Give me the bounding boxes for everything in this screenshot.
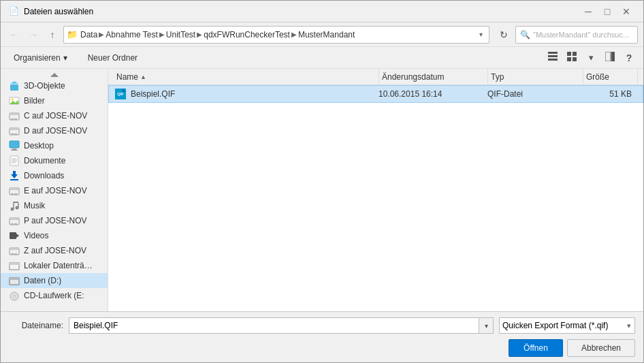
svg-rect-33 xyxy=(11,193,14,195)
new-folder-button[interactable]: Neuer Ordner xyxy=(80,50,145,66)
svg-marker-46 xyxy=(16,234,19,238)
sidebar-z-drive-icon xyxy=(9,245,20,256)
sidebar-item-dokumente[interactable]: Dokumente xyxy=(1,153,108,168)
col-type-label: Typ xyxy=(491,72,504,82)
sidebar-item-desktop[interactable]: Desktop xyxy=(1,138,108,153)
svg-rect-49 xyxy=(14,253,17,255)
svg-rect-16 xyxy=(14,119,17,120)
list-view-icon xyxy=(548,52,558,63)
breadcrumb-item-data[interactable]: Data xyxy=(80,30,97,40)
bottom-bar: Dateiname: ▾ Quicken Export Format (*.qi… xyxy=(1,311,643,362)
sidebar-item-3d[interactable]: 3D-Objekte xyxy=(1,78,108,93)
title-bar-left: 📄 Dateien auswählen xyxy=(9,6,93,17)
address-bar[interactable]: 📁 Data ▶ Abnahme Test ▶ UnitTest ▶ qdxFW… xyxy=(63,26,489,44)
sidebar-item-d-drive[interactable]: D auf JOSE-NOV xyxy=(1,123,108,138)
sidebar-scroll-up[interactable] xyxy=(1,72,108,78)
help-button[interactable]: ? xyxy=(620,50,638,66)
preview-pane-button[interactable] xyxy=(601,50,619,66)
breadcrumb-item-muster[interactable]: MusterMandant xyxy=(298,30,355,40)
refresh-button[interactable]: ↻ xyxy=(495,26,513,44)
search-input[interactable]: "MusterMandant" durchsuc... xyxy=(533,31,633,39)
view-controls: ▾ ? xyxy=(544,50,638,66)
sidebar-musik-icon xyxy=(9,200,20,211)
sidebar-item-e-drive[interactable]: E auf JOSE-NOV xyxy=(1,183,108,198)
svg-marker-30 xyxy=(11,171,18,178)
search-bar[interactable]: 🔍 "MusterMandant" durchsuc... xyxy=(515,26,638,44)
scroll-up-indicator xyxy=(50,73,59,77)
svg-rect-17 xyxy=(10,113,19,115)
sidebar-item-p-drive[interactable]: P auf JOSE-NOV xyxy=(1,213,108,228)
preview-pane-icon xyxy=(605,52,615,63)
filetype-select[interactable]: Quicken Export Format (*.qif) xyxy=(499,317,635,334)
col-size-label: Größe xyxy=(586,72,609,82)
breadcrumb-item-unittest[interactable]: UnitTest xyxy=(166,30,195,40)
svg-rect-5 xyxy=(567,57,571,61)
col-date-label: Änderungsdatum xyxy=(382,72,444,82)
filename-dropdown-button[interactable]: ▾ xyxy=(479,317,494,334)
file-row-beispiel[interactable]: QIF Beispiel.QIF 10.06.2015 16:14 QIF-Da… xyxy=(108,85,643,103)
sidebar-bilder-label: Bilder xyxy=(24,96,45,106)
sidebar-local-label: Lokaler Datenträ… xyxy=(24,261,93,270)
sidebar-e-label: E auf JOSE-NOV xyxy=(24,186,87,195)
svg-rect-4 xyxy=(573,52,577,56)
details-view-button[interactable] xyxy=(563,50,581,66)
up-button[interactable]: ↑ xyxy=(44,27,61,43)
column-header-size[interactable]: Größe xyxy=(583,69,638,84)
dialog-icon: 📄 xyxy=(9,6,20,17)
view-dropdown-button[interactable]: ▾ xyxy=(582,50,600,66)
breadcrumb-item-abnahme[interactable]: Abnahme Test xyxy=(106,30,158,40)
sidebar-daten-d-label: Daten (D:) xyxy=(24,276,61,285)
file-icon-qif: QIF xyxy=(114,88,127,100)
qif-text: QIF xyxy=(117,92,124,96)
sidebar-item-daten-d[interactable]: Daten (D:) xyxy=(1,273,108,288)
svg-rect-38 xyxy=(14,202,18,203)
svg-rect-15 xyxy=(11,119,14,120)
column-header-name[interactable]: Name ▲ xyxy=(114,69,379,84)
back-button[interactable]: ← xyxy=(6,27,22,43)
svg-rect-24 xyxy=(11,150,18,151)
svg-rect-3 xyxy=(567,52,571,56)
list-view-button[interactable] xyxy=(544,50,562,66)
sidebar-item-c-drive[interactable]: C auf JOSE-NOV xyxy=(1,108,108,123)
title-bar-controls: ─ □ ✕ xyxy=(579,5,635,18)
minimize-button[interactable]: ─ xyxy=(579,5,597,18)
sidebar-item-downloads[interactable]: Downloads xyxy=(1,168,108,183)
svg-rect-25 xyxy=(10,156,18,165)
file-name-label: Beispiel.QIF xyxy=(131,89,175,99)
sidebar-item-local-drive[interactable]: Lokaler Datenträ… xyxy=(1,258,108,273)
sidebar: 3D-Objekte Bilder xyxy=(1,69,108,311)
close-button[interactable]: ✕ xyxy=(617,5,635,18)
sidebar-item-bilder[interactable]: Bilder xyxy=(1,93,108,108)
breadcrumb-item-qdx[interactable]: qdxFWRunCheckerTest xyxy=(204,30,290,40)
organize-dropdown-icon: ▾ xyxy=(63,53,67,63)
svg-rect-23 xyxy=(12,148,16,150)
file-area: Name ▲ Änderungsdatum Typ Größe xyxy=(108,69,643,311)
sidebar-item-cd-drive[interactable]: CD-Laufwerk (E: xyxy=(1,288,108,303)
svg-rect-44 xyxy=(10,218,19,220)
filename-input[interactable] xyxy=(69,317,479,334)
sidebar-dokumente-icon xyxy=(9,155,20,166)
sidebar-c-drive-icon xyxy=(9,110,20,121)
svg-rect-19 xyxy=(11,133,14,135)
sidebar-item-videos[interactable]: Videos xyxy=(1,228,108,243)
sidebar-videos-label: Videos xyxy=(24,231,48,240)
organize-button[interactable]: Organisieren ▾ xyxy=(6,50,75,66)
qif-icon: QIF xyxy=(115,89,126,99)
open-button[interactable]: Öffnen xyxy=(509,339,563,357)
sidebar-cd-drive-icon xyxy=(9,290,20,301)
file-date-cell: 10.06.2015 16:14 xyxy=(379,89,487,99)
maximize-button[interactable]: □ xyxy=(598,5,616,18)
sidebar-item-musik[interactable]: Musik xyxy=(1,198,108,213)
forward-button[interactable]: → xyxy=(25,27,42,43)
svg-rect-50 xyxy=(10,248,19,250)
cancel-button[interactable]: Abbrechen xyxy=(567,339,635,357)
sidebar-item-z-drive[interactable]: Z auf JOSE-NOV xyxy=(1,243,108,258)
file-header: Name ▲ Änderungsdatum Typ Größe xyxy=(108,69,643,85)
file-name-cell: QIF Beispiel.QIF xyxy=(114,88,379,100)
address-dropdown-button[interactable]: ▾ xyxy=(475,27,486,43)
sidebar-dokumente-label: Dokumente xyxy=(24,156,65,165)
column-header-type[interactable]: Typ xyxy=(488,69,583,84)
file-type-cell: QIF-Datei xyxy=(487,89,583,99)
sidebar-c-label: C auf JOSE-NOV xyxy=(24,111,87,121)
column-header-date[interactable]: Änderungsdatum xyxy=(379,69,488,84)
